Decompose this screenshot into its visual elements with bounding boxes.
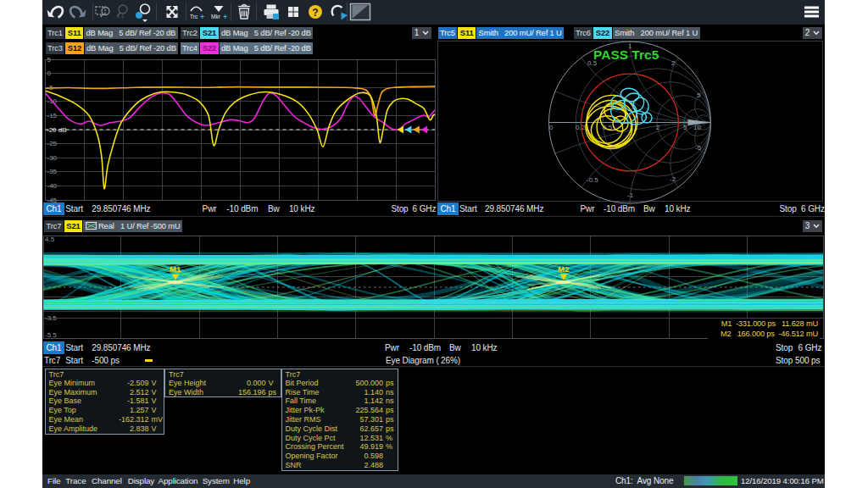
svg-text:10: 10 xyxy=(693,124,701,131)
svg-text:PASS Trc5: PASS Trc5 xyxy=(593,47,659,62)
svg-text:M1: M1 xyxy=(170,264,181,274)
svg-text:+: + xyxy=(223,13,227,21)
svg-text:-40: -40 xyxy=(47,182,58,190)
svg-text:-2: -2 xyxy=(670,175,676,183)
svg-text:-30: -30 xyxy=(47,154,58,162)
svg-text:-20 dB: -20 dB xyxy=(47,126,67,134)
svg-text:2: 2 xyxy=(671,59,676,67)
svg-text:-3.5: -3.5 xyxy=(45,314,57,322)
svg-text:-0.5: -0.5 xyxy=(587,176,598,184)
svg-text:1:1: 1:1 xyxy=(117,14,125,19)
svg-text:0: 0 xyxy=(549,124,554,131)
svg-text:-35: -35 xyxy=(47,168,58,175)
svg-text:5: 5 xyxy=(697,92,701,99)
svg-text:2: 2 xyxy=(656,124,660,131)
svg-text:Trc: Trc xyxy=(190,14,198,19)
svg-text:M2: M2 xyxy=(558,264,569,274)
svg-text:5: 5 xyxy=(47,56,52,64)
svg-text:-1: -1 xyxy=(627,191,634,199)
svg-text:-5.5: -5.5 xyxy=(45,331,57,339)
svg-text:Mkr: Mkr xyxy=(211,14,221,19)
svg-text:0: 0 xyxy=(47,69,52,77)
svg-text:-15: -15 xyxy=(47,112,58,119)
svg-text:5: 5 xyxy=(683,124,687,131)
svg-text:-25: -25 xyxy=(47,140,58,147)
svg-text:+: + xyxy=(200,13,204,21)
svg-text:?: ? xyxy=(312,7,318,19)
svg-text:4.5: 4.5 xyxy=(45,236,55,243)
svg-text:-5: -5 xyxy=(695,144,702,152)
svg-text:0.2: 0.2 xyxy=(576,124,586,131)
